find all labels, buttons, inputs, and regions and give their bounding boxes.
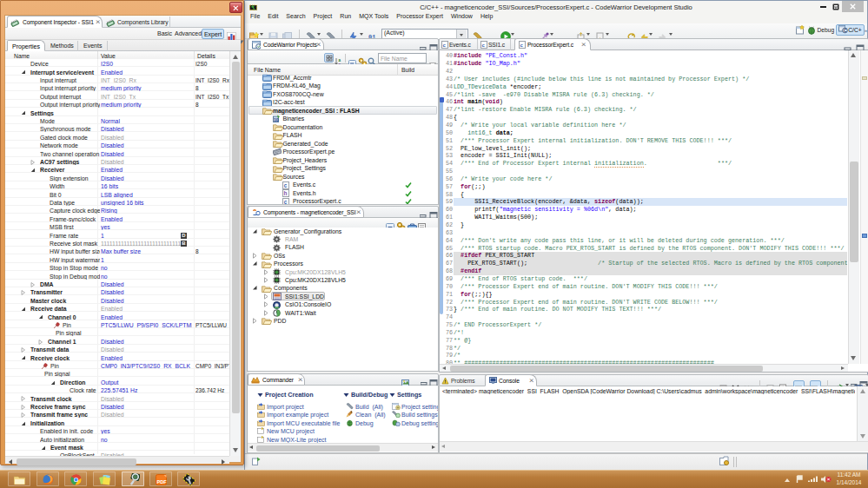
svg-text:PDF: PDF	[157, 479, 168, 485]
svg-text:h: h	[284, 190, 288, 196]
svg-text:C: C	[844, 28, 847, 33]
svg-text:c: c	[284, 182, 288, 188]
svg-text:c: c	[284, 199, 288, 205]
